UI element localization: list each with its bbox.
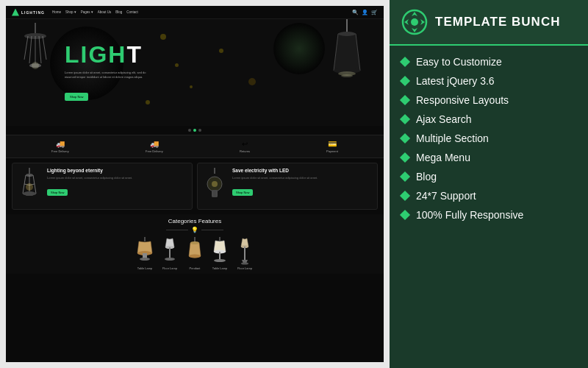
dot-1	[188, 129, 191, 132]
cat-item-3: Pendant	[184, 237, 205, 270]
bokeh-dot	[146, 100, 150, 105]
bokeh-dot	[248, 78, 256, 85]
svg-point-33	[189, 255, 201, 258]
truck-icon-2: 🚚	[150, 140, 159, 148]
cat-label-3: Pendant	[190, 266, 201, 270]
feature-payment: 💳 Payment	[326, 140, 338, 153]
nav-link-shop: Shop ▾	[65, 10, 76, 14]
dot-2	[193, 129, 196, 132]
svg-point-42	[411, 18, 418, 26]
feature-item-9: 100% Fully Responsive	[401, 209, 576, 221]
logo-text: LIGHTING	[21, 10, 45, 15]
product-title-2: Save electricity with LED	[232, 168, 373, 174]
product-img-2	[202, 168, 228, 205]
nav-logo: LIGHTING	[12, 9, 45, 16]
feature-label-responsive: Responsive Layouts	[416, 94, 509, 106]
svg-line-2	[24, 36, 28, 60]
product-btn-2[interactable]: Shop Now	[232, 189, 253, 196]
feature-label-1: Free Delivery	[51, 149, 69, 153]
product-info-2: Save electricity with LED Lorem ipsum do…	[232, 168, 373, 197]
svg-point-13	[341, 74, 353, 77]
cart-icon: 🛒	[371, 10, 378, 15]
search-icon: 🔍	[352, 10, 359, 15]
product-card-2: Save electricity with LED Lorem ipsum do…	[197, 163, 378, 210]
svg-rect-39	[244, 247, 245, 260]
cat-label-5: Floor Lamp	[237, 266, 252, 270]
chandelier-lamp	[13, 23, 57, 96]
feature-item-4: Ajax Search	[401, 113, 576, 125]
cat-item-2: Floor Lamp	[159, 237, 180, 270]
product-btn-1[interactable]: Shop Now	[47, 189, 68, 196]
cat-item-4: Table Lamp	[209, 237, 230, 270]
svg-point-17	[26, 183, 33, 191]
product-img-1	[17, 168, 43, 205]
svg-point-32	[190, 241, 199, 244]
feature-item-5: Multiple Section	[401, 132, 576, 144]
categories-divider: 💡	[12, 227, 378, 233]
feature-label-blog: Blog	[416, 171, 437, 183]
feature-label-support: 24*7 Support	[416, 190, 476, 202]
feature-label-3: Returns	[240, 149, 250, 153]
feature-label-fullresponsive: 100% Fully Responsive	[416, 209, 523, 221]
carousel-dots	[6, 126, 384, 135]
cat-label-2: Floor Lamp	[162, 266, 177, 270]
categories-title: Categories Features	[12, 218, 378, 224]
feature-item-7: Blog	[401, 171, 576, 183]
features-list: Easy to Customize Latest jQuery 3.6 Resp…	[390, 46, 588, 368]
hero-body-text: Lorem ipsum dolor sit amet, consectetur …	[65, 71, 153, 79]
feature-item-3: Responsive Layouts	[401, 94, 576, 106]
feature-returns: ↩ Returns	[240, 140, 250, 153]
categories-row: Table Lamp Floor Lamp	[12, 237, 378, 270]
pendant-lamp	[325, 19, 369, 100]
svg-line-6	[43, 36, 46, 60]
divider-line-right	[201, 230, 223, 230]
diamond-icon-2	[400, 76, 410, 86]
feature-item-8: 24*7 Support	[401, 190, 576, 202]
features-row: 🚚 Free Delivery 🚚 Free Delivery ↩ Return…	[6, 135, 384, 158]
feature-item-2: Latest jQuery 3.6	[401, 75, 576, 87]
nav-link-blog: Blog	[115, 10, 122, 14]
divider-line-left	[166, 230, 188, 230]
nav-link-contact: Contact	[126, 10, 138, 14]
brand-title: TEMPLATE BUNCH	[435, 15, 560, 29]
hero-shop-btn[interactable]: Shop Now	[65, 93, 88, 101]
template-bunch-logo	[401, 9, 428, 35]
svg-rect-29	[169, 247, 171, 259]
product-cards: Lighting beyond eternity Lorem ipsum dol…	[6, 158, 384, 214]
nav-link-about: About Us	[98, 10, 112, 14]
account-icon: 👤	[362, 10, 368, 15]
product-text-2: Lorem ipsum dolor sit amet, consectetur …	[232, 176, 373, 180]
categories-section: Categories Features 💡 Table Lamp	[6, 214, 384, 274]
cat-item-5: Floor Lamp	[234, 237, 255, 270]
feature-free-delivery-2: 🚚 Free Delivery	[146, 140, 163, 153]
return-icon: ↩	[242, 140, 248, 148]
feature-label-2: Free Delivery	[146, 149, 163, 153]
feature-item-6: Mega Menu	[401, 152, 576, 163]
cat-label-1: Table Lamp	[137, 266, 153, 270]
hero-title: LIGHT	[65, 41, 143, 68]
svg-line-3	[29, 36, 32, 63]
bokeh-dot	[160, 34, 166, 40]
diamond-icon-7	[400, 171, 410, 182]
bokeh-dot	[190, 85, 193, 88]
feature-free-delivery-1: 🚚 Free Delivery	[51, 140, 69, 153]
diamond-icon-9	[400, 210, 410, 220]
svg-line-5	[39, 36, 41, 63]
diamond-icon-5	[400, 133, 410, 144]
feature-label-easy: Easy to Customize	[416, 56, 502, 68]
svg-point-16	[23, 191, 36, 196]
nav-links: Home Shop ▾ Pages ▾ About Us Blog Contac…	[52, 10, 352, 14]
feature-label-jquery: Latest jQuery 3.6	[416, 75, 495, 87]
bokeh-dot	[219, 49, 223, 53]
diamond-icon-4	[400, 114, 410, 124]
diamond-icon-6	[400, 152, 410, 163]
nav-bar: LIGHTING Home Shop ▾ Pages ▾ About Us Bl…	[6, 6, 384, 19]
logo-icon	[12, 9, 19, 16]
nav-link-pages: Pages ▾	[81, 10, 93, 14]
product-info-1: Lighting beyond eternity Lorem ipsum dol…	[47, 168, 187, 197]
bokeh-dot	[175, 63, 179, 67]
svg-point-40	[241, 263, 248, 265]
diamond-icon-1	[400, 57, 410, 67]
nav-icons: 🔍 👤 🛒	[352, 10, 378, 15]
cat-label-4: Table Lamp	[212, 266, 228, 270]
